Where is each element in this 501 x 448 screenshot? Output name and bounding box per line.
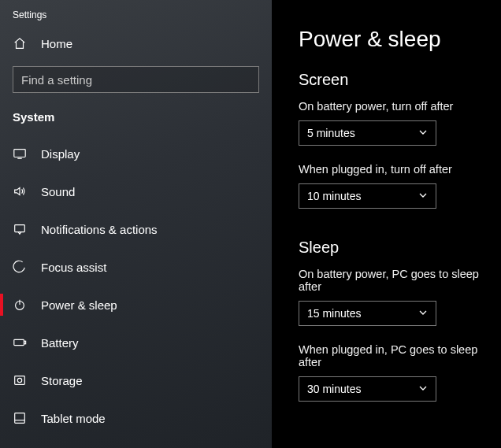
dropdown-sleep-battery[interactable]: 15 minutes [299, 301, 436, 326]
battery-icon [13, 335, 27, 350]
nav-item-label: Focus assist [41, 261, 106, 274]
section-sleep: Sleep On battery power, PC goes to sleep… [299, 239, 501, 402]
page-title: Power & sleep [299, 27, 501, 52]
svg-rect-7 [14, 339, 24, 345]
search-box[interactable] [13, 66, 259, 93]
tablet-icon [13, 411, 27, 425]
dropdown-value: 10 minutes [307, 190, 361, 202]
nav-item-power-sleep[interactable]: Power & sleep [0, 286, 272, 324]
field-label: On battery power, PC goes to sleep after [299, 268, 501, 293]
nav-item-label: Storage [41, 374, 83, 387]
nav-item-label: Sound [41, 185, 75, 198]
field-screen-battery: On battery power, turn off after 5 minut… [299, 100, 501, 146]
storage-icon [13, 373, 27, 387]
svg-rect-8 [24, 341, 26, 344]
svg-rect-4 [15, 225, 25, 232]
search-input[interactable] [21, 73, 250, 87]
nav-item-label: Battery [41, 336, 79, 350]
nav-item-tablet-mode[interactable]: Tablet mode [0, 399, 272, 437]
chevron-down-icon [418, 307, 428, 320]
category-heading: System [0, 110, 272, 135]
section-heading: Screen [299, 71, 501, 89]
nav-item-label: Notifications & actions [41, 223, 158, 236]
display-icon [13, 146, 27, 161]
nav-item-storage[interactable]: Storage [0, 361, 272, 399]
nav-home[interactable]: Home [0, 28, 272, 61]
svg-point-10 [17, 378, 21, 382]
field-sleep-battery: On battery power, PC goes to sleep after… [299, 268, 501, 326]
settings-sidebar: Settings Home System Display Sound Notif… [0, 0, 272, 448]
notifications-icon [13, 222, 27, 236]
section-heading: Sleep [299, 239, 501, 257]
focus-assist-icon [13, 260, 27, 274]
nav-item-label: Tablet mode [41, 412, 106, 425]
dropdown-value: 5 minutes [307, 127, 355, 139]
chevron-down-icon [418, 190, 428, 202]
chevron-down-icon [418, 127, 428, 139]
svg-rect-11 [15, 413, 25, 424]
dropdown-value: 30 minutes [307, 383, 361, 395]
sound-icon [13, 184, 27, 198]
dropdown-sleep-plugged[interactable]: 30 minutes [299, 376, 436, 402]
nav-item-label: Display [41, 147, 80, 161]
chevron-down-icon [418, 383, 428, 395]
content-pane: Power & sleep Screen On battery power, t… [272, 0, 501, 448]
nav-item-battery[interactable]: Battery [0, 324, 272, 361]
field-screen-plugged: When plugged in, turn off after 10 minut… [299, 163, 501, 209]
power-icon [13, 298, 27, 312]
nav-item-sound[interactable]: Sound [0, 172, 272, 210]
dropdown-value: 15 minutes [307, 307, 361, 320]
svg-rect-9 [15, 376, 25, 385]
field-sleep-plugged: When plugged in, PC goes to sleep after … [299, 343, 501, 402]
home-icon [13, 36, 27, 50]
section-screen: Screen On battery power, turn off after … [299, 71, 501, 209]
dropdown-screen-plugged[interactable]: 10 minutes [299, 183, 436, 209]
svg-rect-2 [14, 150, 25, 157]
dropdown-screen-battery[interactable]: 5 minutes [299, 120, 436, 146]
nav-item-label: Power & sleep [41, 298, 117, 312]
nav-home-label: Home [41, 37, 72, 50]
field-label: On battery power, turn off after [299, 100, 501, 113]
nav-item-display[interactable]: Display [0, 135, 272, 172]
nav-item-focus-assist[interactable]: Focus assist [0, 248, 272, 286]
app-title: Settings [0, 9, 272, 28]
field-label: When plugged in, PC goes to sleep after [299, 343, 501, 368]
field-label: When plugged in, turn off after [299, 163, 501, 176]
nav-item-notifications[interactable]: Notifications & actions [0, 210, 272, 248]
